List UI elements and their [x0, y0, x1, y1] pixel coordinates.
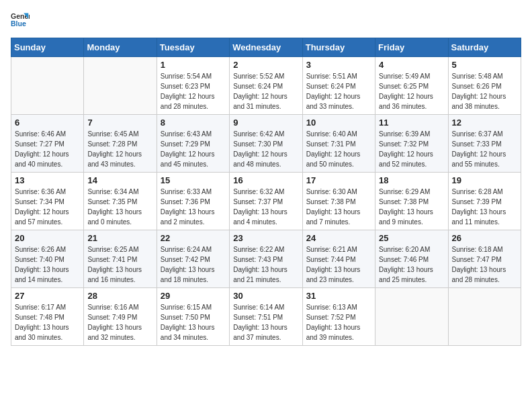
logo: General Blue — [11, 11, 32, 30]
day-info: Sunrise: 6:37 AMSunset: 7:33 PMDaylight:… — [452, 129, 517, 169]
page-header: General Blue — [11, 11, 521, 30]
calendar-cell: 28Sunrise: 6:16 AMSunset: 7:49 PMDayligh… — [84, 288, 157, 346]
calendar-cell: 20Sunrise: 6:26 AMSunset: 7:40 PMDayligh… — [11, 230, 84, 288]
day-info: Sunrise: 6:20 AMSunset: 7:46 PMDaylight:… — [379, 244, 444, 285]
calendar-cell — [448, 288, 521, 346]
day-info: Sunrise: 6:13 AMSunset: 7:52 PMDaylight:… — [306, 302, 371, 342]
calendar-cell: 31Sunrise: 6:13 AMSunset: 7:52 PMDayligh… — [302, 288, 375, 346]
day-number: 8 — [161, 118, 226, 128]
day-number: 1 — [161, 60, 226, 70]
calendar-cell: 17Sunrise: 6:30 AMSunset: 7:38 PMDayligh… — [302, 173, 375, 230]
day-number: 11 — [379, 118, 444, 128]
day-info: Sunrise: 6:14 AMSunset: 7:51 PMDaylight:… — [233, 302, 298, 342]
day-info: Sunrise: 6:28 AMSunset: 7:39 PMDaylight:… — [452, 187, 517, 227]
day-info: Sunrise: 6:25 AMSunset: 7:41 PMDaylight:… — [87, 244, 152, 285]
calendar-week-row: 13Sunrise: 6:36 AMSunset: 7:34 PMDayligh… — [11, 173, 521, 230]
day-info: Sunrise: 6:32 AMSunset: 7:37 PMDaylight:… — [233, 187, 298, 227]
day-info: Sunrise: 6:18 AMSunset: 7:47 PMDaylight:… — [452, 244, 517, 285]
day-number: 2 — [233, 60, 298, 70]
calendar-cell: 19Sunrise: 6:28 AMSunset: 7:39 PMDayligh… — [448, 173, 521, 230]
calendar-cell: 5Sunrise: 5:48 AMSunset: 6:26 PMDaylight… — [448, 57, 521, 115]
calendar-cell: 12Sunrise: 6:37 AMSunset: 7:33 PMDayligh… — [448, 115, 521, 173]
day-number: 21 — [87, 233, 152, 243]
calendar-header-friday: Friday — [375, 38, 448, 57]
day-info: Sunrise: 6:39 AMSunset: 7:32 PMDaylight:… — [379, 129, 444, 169]
day-info: Sunrise: 5:51 AMSunset: 6:24 PMDaylight:… — [306, 71, 371, 111]
calendar-cell: 1Sunrise: 5:54 AMSunset: 6:23 PMDaylight… — [157, 57, 229, 115]
calendar-week-row: 1Sunrise: 5:54 AMSunset: 6:23 PMDaylight… — [11, 57, 521, 115]
day-number: 5 — [452, 60, 517, 70]
day-number: 23 — [233, 233, 298, 243]
svg-text:Blue: Blue — [11, 19, 26, 28]
calendar-cell: 16Sunrise: 6:32 AMSunset: 7:37 PMDayligh… — [230, 173, 302, 230]
calendar-cell — [11, 57, 84, 115]
day-info: Sunrise: 6:40 AMSunset: 7:31 PMDaylight:… — [306, 129, 371, 169]
day-info: Sunrise: 6:45 AMSunset: 7:28 PMDaylight:… — [87, 129, 152, 169]
day-number: 25 — [379, 233, 444, 243]
day-info: Sunrise: 6:34 AMSunset: 7:35 PMDaylight:… — [87, 187, 152, 227]
day-info: Sunrise: 6:29 AMSunset: 7:38 PMDaylight:… — [379, 187, 444, 227]
calendar-header-wednesday: Wednesday — [230, 38, 302, 57]
calendar-cell: 2Sunrise: 5:52 AMSunset: 6:24 PMDaylight… — [230, 57, 302, 115]
day-number: 19 — [452, 175, 517, 185]
calendar-header-saturday: Saturday — [448, 38, 521, 57]
calendar-cell: 7Sunrise: 6:45 AMSunset: 7:28 PMDaylight… — [84, 115, 157, 173]
day-info: Sunrise: 5:52 AMSunset: 6:24 PMDaylight:… — [233, 71, 298, 111]
day-number: 6 — [15, 118, 80, 128]
calendar-cell: 24Sunrise: 6:21 AMSunset: 7:44 PMDayligh… — [302, 230, 375, 288]
calendar-cell — [375, 288, 448, 346]
day-number: 15 — [161, 175, 226, 185]
day-number: 28 — [87, 291, 152, 301]
calendar-header-tuesday: Tuesday — [157, 38, 229, 57]
calendar-week-row: 20Sunrise: 6:26 AMSunset: 7:40 PMDayligh… — [11, 230, 521, 288]
calendar-header-thursday: Thursday — [302, 38, 375, 57]
day-number: 7 — [87, 118, 152, 128]
day-number: 26 — [452, 233, 517, 243]
day-info: Sunrise: 5:49 AMSunset: 6:25 PMDaylight:… — [379, 71, 444, 111]
calendar-header-row: SundayMondayTuesdayWednesdayThursdayFrid… — [11, 38, 521, 57]
calendar-cell: 15Sunrise: 6:33 AMSunset: 7:36 PMDayligh… — [157, 173, 229, 230]
day-number: 31 — [306, 291, 371, 301]
calendar-cell: 18Sunrise: 6:29 AMSunset: 7:38 PMDayligh… — [375, 173, 448, 230]
day-number: 30 — [233, 291, 298, 301]
day-info: Sunrise: 6:24 AMSunset: 7:42 PMDaylight:… — [161, 244, 226, 285]
day-number: 14 — [87, 175, 152, 185]
calendar-cell: 21Sunrise: 6:25 AMSunset: 7:41 PMDayligh… — [84, 230, 157, 288]
calendar-cell: 23Sunrise: 6:22 AMSunset: 7:43 PMDayligh… — [230, 230, 302, 288]
calendar-cell: 29Sunrise: 6:15 AMSunset: 7:50 PMDayligh… — [157, 288, 229, 346]
day-info: Sunrise: 6:26 AMSunset: 7:40 PMDaylight:… — [15, 244, 80, 285]
day-info: Sunrise: 6:22 AMSunset: 7:43 PMDaylight:… — [233, 244, 298, 285]
day-number: 13 — [15, 175, 80, 185]
day-info: Sunrise: 6:43 AMSunset: 7:29 PMDaylight:… — [161, 129, 226, 169]
calendar-cell: 14Sunrise: 6:34 AMSunset: 7:35 PMDayligh… — [84, 173, 157, 230]
calendar-header-monday: Monday — [84, 38, 157, 57]
day-info: Sunrise: 6:36 AMSunset: 7:34 PMDaylight:… — [15, 187, 80, 227]
day-number: 24 — [306, 233, 371, 243]
day-number: 20 — [15, 233, 80, 243]
calendar-cell: 3Sunrise: 5:51 AMSunset: 6:24 PMDaylight… — [302, 57, 375, 115]
day-info: Sunrise: 5:54 AMSunset: 6:23 PMDaylight:… — [161, 71, 226, 111]
calendar-cell: 30Sunrise: 6:14 AMSunset: 7:51 PMDayligh… — [230, 288, 302, 346]
calendar-cell: 9Sunrise: 6:42 AMSunset: 7:30 PMDaylight… — [230, 115, 302, 173]
day-number: 27 — [15, 291, 80, 301]
calendar-cell: 6Sunrise: 6:46 AMSunset: 7:27 PMDaylight… — [11, 115, 84, 173]
day-number: 17 — [306, 175, 371, 185]
calendar-cell: 11Sunrise: 6:39 AMSunset: 7:32 PMDayligh… — [375, 115, 448, 173]
day-info: Sunrise: 6:46 AMSunset: 7:27 PMDaylight:… — [15, 129, 80, 169]
calendar-cell: 25Sunrise: 6:20 AMSunset: 7:46 PMDayligh… — [375, 230, 448, 288]
day-info: Sunrise: 6:30 AMSunset: 7:38 PMDaylight:… — [306, 187, 371, 227]
calendar-week-row: 6Sunrise: 6:46 AMSunset: 7:27 PMDaylight… — [11, 115, 521, 173]
day-number: 16 — [233, 175, 298, 185]
day-info: Sunrise: 6:42 AMSunset: 7:30 PMDaylight:… — [233, 129, 298, 169]
logo-icon: General Blue — [11, 11, 30, 30]
day-info: Sunrise: 6:17 AMSunset: 7:48 PMDaylight:… — [15, 302, 80, 342]
day-number: 4 — [379, 60, 444, 70]
day-number: 3 — [306, 60, 371, 70]
calendar-cell: 13Sunrise: 6:36 AMSunset: 7:34 PMDayligh… — [11, 173, 84, 230]
day-number: 18 — [379, 175, 444, 185]
day-info: Sunrise: 6:16 AMSunset: 7:49 PMDaylight:… — [87, 302, 152, 342]
calendar-cell: 10Sunrise: 6:40 AMSunset: 7:31 PMDayligh… — [302, 115, 375, 173]
calendar-cell: 22Sunrise: 6:24 AMSunset: 7:42 PMDayligh… — [157, 230, 229, 288]
day-number: 10 — [306, 118, 371, 128]
calendar-cell: 4Sunrise: 5:49 AMSunset: 6:25 PMDaylight… — [375, 57, 448, 115]
